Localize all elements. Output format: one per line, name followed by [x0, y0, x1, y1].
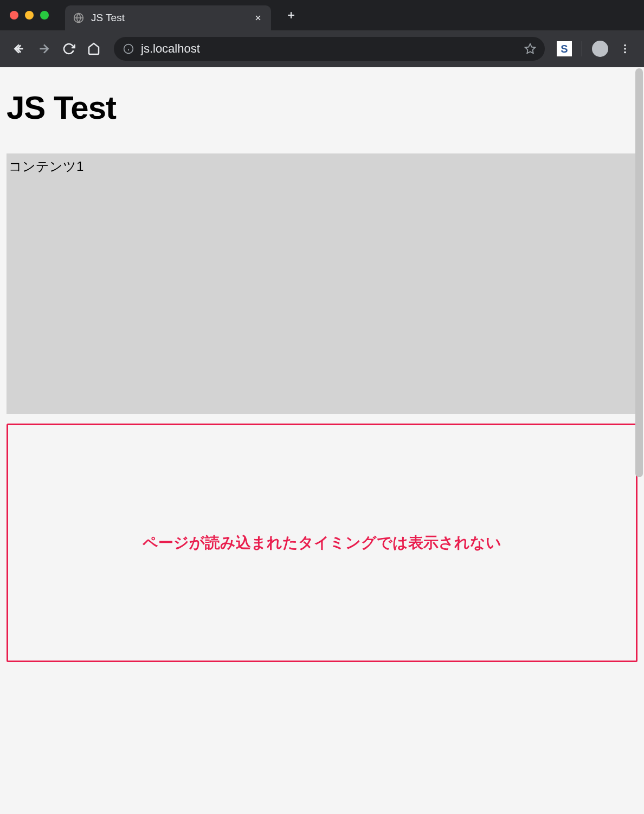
- back-button[interactable]: [9, 39, 29, 59]
- page-heading: JS Test: [7, 89, 637, 126]
- svg-point-13: [624, 52, 626, 54]
- close-window-button[interactable]: [10, 11, 18, 20]
- minimize-window-button[interactable]: [25, 11, 34, 20]
- profile-avatar[interactable]: [592, 41, 608, 57]
- extension-icon[interactable]: S: [557, 41, 572, 56]
- new-tab-button[interactable]: [283, 7, 299, 23]
- browser-tab[interactable]: JS Test: [65, 5, 271, 30]
- browser-chrome: JS Test: [0, 0, 644, 67]
- svg-point-11: [624, 44, 626, 47]
- tab-title: JS Test: [91, 12, 246, 24]
- content-2-text: ページが読み込まれたタイミングでは表示されない: [143, 533, 501, 553]
- toolbar: js.localhost S: [0, 30, 644, 67]
- address-bar[interactable]: js.localhost: [114, 37, 545, 61]
- scrollbar-track[interactable]: [634, 67, 644, 479]
- globe-icon: [73, 12, 85, 24]
- window-controls: [10, 11, 49, 20]
- reload-button[interactable]: [59, 39, 79, 59]
- svg-point-12: [624, 48, 626, 50]
- tab-bar: JS Test: [0, 0, 644, 30]
- toolbar-divider: [582, 41, 582, 56]
- info-icon[interactable]: [123, 43, 134, 55]
- scrollbar-thumb[interactable]: [635, 68, 643, 477]
- content-block-1: コンテンツ1: [7, 153, 637, 414]
- svg-marker-10: [525, 44, 535, 53]
- page-content: JS Test コンテンツ1 ページが読み込まれたタイミングでは表示されない: [0, 67, 644, 814]
- home-button[interactable]: [83, 39, 104, 59]
- forward-button[interactable]: [34, 39, 54, 59]
- kebab-menu-icon[interactable]: [615, 39, 635, 59]
- bookmark-star-icon[interactable]: [524, 43, 536, 55]
- close-tab-icon[interactable]: [253, 12, 263, 23]
- content-block-2: ページが読み込まれたタイミングでは表示されない: [7, 424, 637, 662]
- maximize-window-button[interactable]: [40, 11, 49, 20]
- url-text: js.localhost: [141, 42, 518, 56]
- content-1-text: コンテンツ1: [9, 159, 83, 174]
